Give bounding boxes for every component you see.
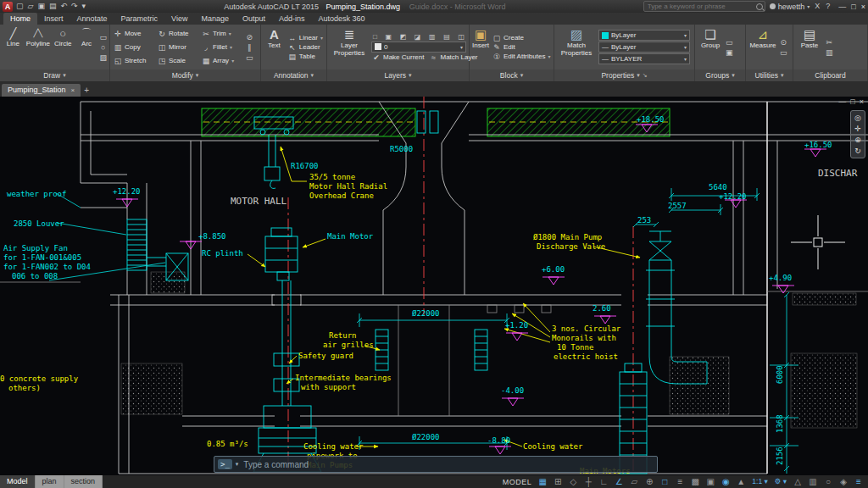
explode-icon[interactable]: ▭	[246, 53, 253, 62]
paste-button[interactable]: ▤ Paste	[796, 26, 823, 68]
restore-button[interactable]: □	[851, 3, 855, 11]
ribbon-tab-autodesk-360[interactable]: Autodesk 360	[312, 13, 372, 25]
steering-wheel-icon[interactable]: ◎	[854, 114, 861, 122]
panel-title-block[interactable]: Block▾	[470, 69, 554, 81]
orbit-icon[interactable]: ↻	[854, 147, 861, 155]
command-customize-icon[interactable]: ▾	[236, 461, 239, 468]
grid-display-icon[interactable]: ▦	[536, 475, 549, 488]
erase-icon[interactable]: ⊘	[246, 33, 253, 42]
annotation-scale-icon[interactable]: 1:1 ▾	[749, 475, 770, 488]
ortho-mode-icon[interactable]: ∟	[597, 475, 610, 488]
drawing-canvas[interactable]: weather proof2850 LouverAir Supply Fanfo…	[0, 97, 868, 475]
copy-button[interactable]: ▥Copy	[113, 41, 155, 54]
object-snap-tracking-icon[interactable]: ⊕	[643, 475, 656, 488]
annotation-monitor-icon[interactable]: △	[791, 475, 804, 488]
snap-mode-icon[interactable]: ⊞	[551, 475, 565, 488]
circle-button[interactable]: ○ Circle	[53, 26, 74, 68]
group-button[interactable]: ❏ Group	[698, 26, 723, 68]
isometric-drafting-icon[interactable]: ▱	[627, 475, 641, 488]
ribbon-tab-parametric[interactable]: Parametric	[114, 13, 165, 25]
leader-button[interactable]: ↖Leader	[287, 43, 324, 52]
panel-title-draw[interactable]: Draw▾	[0, 69, 109, 81]
infer-constraints-icon[interactable]: ◇	[566, 475, 580, 488]
search-input[interactable]	[646, 2, 756, 11]
table-button[interactable]: ▤Table	[287, 53, 324, 61]
rotate-button[interactable]: ↻Rotate	[157, 27, 199, 41]
move-button[interactable]: ✛Move	[113, 27, 155, 41]
close-button[interactable]: ×	[861, 3, 865, 11]
plot-icon[interactable]: ▤	[48, 1, 58, 12]
panel-title-clipboard[interactable]: Clipboard	[793, 69, 867, 81]
save-file-icon[interactable]: ▣	[36, 1, 46, 12]
group-edit-icon[interactable]: ▣	[726, 48, 733, 57]
panel-title-utilities[interactable]: Utilities▾	[746, 69, 793, 81]
ribbon-tab-annotate[interactable]: Annotate	[70, 13, 114, 25]
create-block-button[interactable]: ▢Create	[492, 34, 551, 42]
graphics-performance-icon[interactable]: ◈	[837, 475, 850, 488]
isolate-objects-icon[interactable]: ○	[821, 475, 835, 488]
polyline-button[interactable]: ╱╲ Polyline	[26, 26, 50, 68]
lineweight-display-icon[interactable]: ≡	[673, 475, 687, 488]
viewport-close-icon[interactable]: ×	[860, 97, 864, 106]
layer-properties-button[interactable]: ≣ Layer Properties	[330, 26, 369, 68]
layer-tool-icon-0[interactable]: □	[373, 33, 377, 41]
ungroup-icon[interactable]: ▭	[726, 38, 733, 47]
open-file-icon[interactable]: ▱	[27, 1, 35, 12]
edit-block-button[interactable]: ✎Edit	[492, 43, 551, 52]
ribbon-tab-add-ins[interactable]: Add-ins	[272, 13, 312, 25]
copy-clip-icon[interactable]: ▥	[826, 48, 833, 57]
linear-dimension-button[interactable]: ↔Linear▾	[287, 34, 324, 42]
annotation-visibility-icon[interactable]: ◉	[719, 475, 732, 488]
ribbon-tab-manage[interactable]: Manage	[194, 13, 236, 25]
text-button[interactable]: A Text	[264, 26, 285, 68]
viewport-restore-icon[interactable]: □	[850, 97, 854, 106]
pan-icon[interactable]: ✛	[854, 125, 861, 133]
arc-button[interactable]: ⌒ Arc	[76, 26, 97, 68]
command-input[interactable]	[242, 459, 654, 470]
undo-icon[interactable]: ↶	[59, 1, 68, 12]
ribbon-tab-insert[interactable]: Insert	[37, 13, 70, 25]
hatch-icon[interactable]: ▨	[100, 53, 108, 62]
help-icon[interactable]: ?	[825, 1, 831, 12]
file-tab-close-icon[interactable]: ×	[71, 84, 75, 97]
new-drawing-tab-button[interactable]: +	[84, 84, 89, 97]
file-tab-pumping-station[interactable]: Pumping_Station ×	[2, 84, 81, 97]
units-icon[interactable]: ▥	[806, 475, 820, 488]
transparency-icon[interactable]: ▩	[688, 475, 702, 488]
annotation-autoscale-icon[interactable]: ▲	[734, 475, 748, 488]
ribbon-tab-output[interactable]: Output	[236, 13, 272, 25]
layer-tool-icon-4[interactable]: ▥	[429, 33, 436, 41]
navigation-bar[interactable]: ◎ ✛ ⊕ ↻	[850, 110, 865, 158]
selection-cycling-icon[interactable]: ▣	[704, 475, 717, 488]
model-space-tab[interactable]: Model	[0, 475, 36, 488]
panel-title-layers[interactable]: Layers▾	[327, 69, 469, 81]
trim-button[interactable]: ✂Trim▾	[201, 27, 243, 41]
stretch-button[interactable]: ◱Stretch	[113, 54, 155, 68]
cut-icon[interactable]: ✂	[826, 38, 833, 47]
application-menu-icon[interactable]: A	[3, 2, 13, 12]
linetype-select[interactable]: — ByLayer ▾	[598, 42, 690, 53]
quick-calc-icon[interactable]: ▭	[780, 48, 787, 57]
panel-title-properties[interactable]: Properties▾ ↘	[554, 69, 694, 81]
panel-title-annotation[interactable]: Annotation▾	[261, 69, 326, 81]
edit-attributes-button[interactable]: ①Edit Attributes▾	[492, 53, 551, 61]
layout-tab-section[interactable]: section	[64, 475, 103, 488]
workspace-switching-icon[interactable]: ⚙ ▾	[772, 475, 789, 488]
insert-block-button[interactable]: ▣ Insert	[472, 26, 489, 68]
lineweight-select[interactable]: — BYLAYER ▾	[598, 53, 690, 64]
help-search-box[interactable]	[643, 1, 765, 12]
search-icon[interactable]	[756, 3, 763, 10]
mirror-button[interactable]: ◫Mirror	[157, 41, 199, 54]
line-button[interactable]: ╱ Line	[3, 26, 24, 68]
panel-title-groups[interactable]: Groups▾	[695, 69, 745, 81]
layer-select[interactable]: 0 ▾	[371, 42, 466, 53]
array-button[interactable]: ▦Array▾	[201, 54, 243, 68]
layer-tool-icon-6[interactable]: ◫	[458, 33, 465, 41]
minimize-button[interactable]: —	[838, 3, 846, 11]
quick-select-icon[interactable]: ⊙	[780, 38, 787, 47]
redo-icon[interactable]: ↷	[70, 1, 79, 12]
measure-button[interactable]: ⊿ Measure	[748, 26, 777, 68]
signin-user-button[interactable]: hewetth ▾	[770, 3, 810, 11]
viewport-minimize-icon[interactable]: —	[838, 97, 846, 106]
ribbon-tab-home[interactable]: Home	[3, 13, 37, 25]
